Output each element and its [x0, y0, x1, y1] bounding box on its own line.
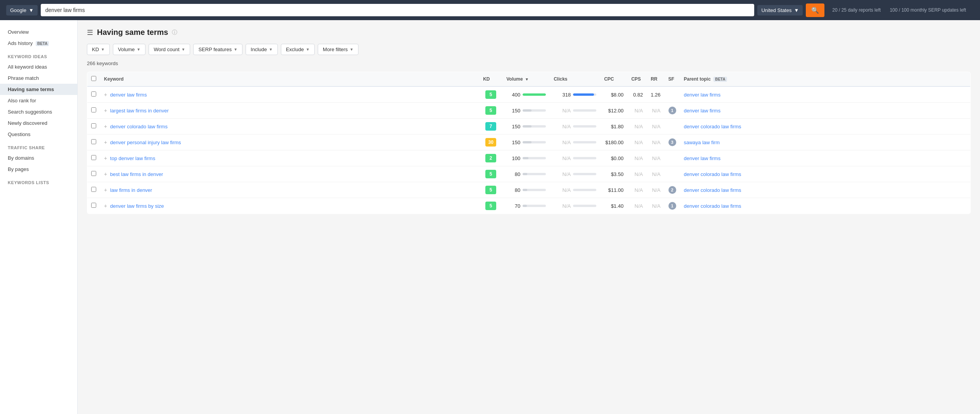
sf-cell — [665, 166, 680, 182]
parent-topic-link[interactable]: denver colorado law firms — [684, 124, 741, 129]
col-header-cps[interactable]: CPS — [627, 72, 647, 87]
cpc-value: $1.40 — [611, 203, 624, 209]
keyword-link[interactable]: denver law firms by size — [110, 203, 164, 209]
sidebar-item-questions[interactable]: Questions — [0, 129, 77, 140]
table-row: + law firms in denver 5 80 N/A $11.00 N/… — [87, 182, 971, 198]
keyword-link[interactable]: denver colorado law firms — [110, 124, 168, 129]
keyword-link[interactable]: best law firms in denver — [110, 171, 163, 177]
parent-topic-link[interactable]: denver colorado law firms — [684, 203, 741, 209]
keyword-cell: + best law firms in denver — [100, 166, 479, 182]
select-all-checkbox[interactable] — [91, 76, 96, 81]
add-keyword-button[interactable]: + — [104, 187, 107, 193]
sidebar-item-all-keyword-ideas[interactable]: All keyword ideas — [0, 61, 77, 72]
cpc-cell: $1.40 — [600, 198, 627, 214]
info-icon[interactable]: ⓘ — [172, 29, 177, 36]
keyword-link[interactable]: top denver law firms — [110, 155, 155, 161]
exclude-filter-chevron: ▼ — [306, 47, 310, 52]
add-keyword-button[interactable]: + — [104, 171, 107, 177]
parent-topic-cell: denver colorado law firms — [680, 182, 971, 198]
main-content: ☰ Having same terms ⓘ KD ▼ Volume ▼ Word… — [78, 20, 980, 414]
sidebar-section-keywords-lists: KEYWORDS LISTS — [0, 175, 77, 187]
clicks-cell: 318 — [550, 86, 600, 103]
more-filters-chevron: ▼ — [350, 47, 353, 52]
hamburger-icon[interactable]: ☰ — [87, 28, 93, 37]
sidebar-item-overview[interactable]: Overview — [0, 26, 77, 38]
cps-value: N/A — [635, 140, 643, 145]
sidebar-item-phrase-match[interactable]: Phrase match — [0, 72, 77, 84]
sidebar-item-newly-discovered[interactable]: Newly discovered — [0, 117, 77, 129]
col-header-rr[interactable]: RR — [647, 72, 664, 87]
keyword-link[interactable]: largest law firms in denver — [110, 108, 169, 114]
parent-topic-link[interactable]: denver colorado law firms — [684, 171, 741, 177]
sidebar-section-keyword-ideas: KEYWORD IDEAS — [0, 49, 77, 61]
kd-badge: 7 — [485, 122, 496, 131]
nav-stats: 20 / 25 daily reports left 100 / 100 mon… — [832, 7, 974, 13]
col-header-clicks[interactable]: Clicks — [550, 72, 600, 87]
parent-topic-link[interactable]: sawaya law firm — [684, 140, 720, 145]
parent-topic-link[interactable]: denver colorado law firms — [684, 187, 741, 193]
row-checkbox[interactable] — [91, 187, 96, 192]
volume-cell: 80 — [502, 182, 550, 198]
row-checkbox[interactable] — [91, 203, 96, 208]
sf-cell: 3 — [665, 135, 680, 150]
include-filter-button[interactable]: Include ▼ — [246, 44, 278, 55]
top-nav: Google ▼ United States ▼ 🔍 20 / 25 daily… — [0, 0, 980, 20]
cps-value: N/A — [635, 155, 643, 161]
sidebar-item-having-same-terms[interactable]: Having same terms — [0, 84, 77, 95]
row-checkbox[interactable] — [91, 171, 96, 176]
exclude-filter-button[interactable]: Exclude ▼ — [281, 44, 315, 55]
rr-cell: N/A — [647, 150, 664, 166]
parent-topic-cell: denver colorado law firms — [680, 119, 971, 135]
col-header-volume[interactable]: Volume ▼ — [502, 72, 550, 87]
row-checkbox[interactable] — [91, 123, 96, 128]
sidebar-item-by-domains[interactable]: By domains — [0, 152, 77, 164]
col-header-parent-topic[interactable]: Parent topic BETA — [680, 72, 971, 87]
row-checkbox[interactable] — [91, 91, 96, 97]
add-keyword-button[interactable]: + — [104, 155, 107, 161]
sf-cell: 1 — [665, 103, 680, 119]
beta-badge-ads: BETA — [36, 41, 49, 46]
add-keyword-button[interactable]: + — [104, 91, 107, 98]
country-select[interactable]: United States ▼ — [757, 5, 803, 16]
col-header-cpc[interactable]: CPC — [600, 72, 627, 87]
col-header-keyword[interactable]: Keyword — [100, 72, 479, 87]
keyword-cell: + top denver law firms — [100, 150, 479, 166]
rr-cell: N/A — [647, 103, 664, 119]
sidebar-item-search-suggestions[interactable]: Search suggestions — [0, 106, 77, 117]
kd-cell: 2 — [479, 150, 502, 166]
kd-badge: 5 — [485, 90, 496, 99]
kd-filter-button[interactable]: KD ▼ — [87, 44, 110, 55]
volume-filter-button[interactable]: Volume ▼ — [113, 44, 145, 55]
clicks-value: N/A — [563, 187, 571, 193]
volume-cell: 150 — [502, 103, 550, 119]
row-checkbox[interactable] — [91, 107, 96, 112]
table-row: + largest law firms in denver 5 150 N/A … — [87, 103, 971, 119]
keyword-link[interactable]: denver personal injury law firms — [110, 140, 181, 145]
row-checkbox[interactable] — [91, 155, 96, 160]
add-keyword-button[interactable]: + — [104, 203, 107, 209]
wordcount-filter-chevron: ▼ — [182, 47, 185, 52]
sidebar-item-ads-history[interactable]: Ads history BETA — [0, 38, 77, 49]
col-header-sf[interactable]: SF — [665, 72, 680, 87]
keyword-link[interactable]: law firms in denver — [110, 187, 152, 193]
wordcount-filter-button[interactable]: Word count ▼ — [149, 44, 190, 55]
parent-topic-link[interactable]: denver law firms — [684, 108, 721, 114]
search-engine-select[interactable]: Google ▼ — [6, 5, 38, 16]
add-keyword-button[interactable]: + — [104, 139, 107, 145]
sidebar-item-by-pages[interactable]: By pages — [0, 164, 77, 175]
add-keyword-button[interactable]: + — [104, 107, 107, 114]
search-button[interactable]: 🔍 — [806, 3, 824, 17]
table-row: + denver colorado law firms 7 150 N/A $1… — [87, 119, 971, 135]
parent-topic-link[interactable]: denver law firms — [684, 155, 721, 161]
search-input[interactable] — [41, 4, 755, 16]
keyword-link[interactable]: denver law firms — [110, 92, 147, 98]
more-filters-button[interactable]: More filters ▼ — [318, 44, 358, 55]
add-keyword-button[interactable]: + — [104, 123, 107, 129]
serp-features-filter-button[interactable]: SERP features ▼ — [193, 44, 242, 55]
col-header-kd[interactable]: KD — [479, 72, 502, 87]
parent-topic-link[interactable]: denver law firms — [684, 92, 721, 98]
rr-cell: N/A — [647, 119, 664, 135]
sidebar-item-also-rank-for[interactable]: Also rank for — [0, 95, 77, 106]
kd-badge: 5 — [485, 202, 496, 210]
row-checkbox[interactable] — [91, 139, 96, 144]
